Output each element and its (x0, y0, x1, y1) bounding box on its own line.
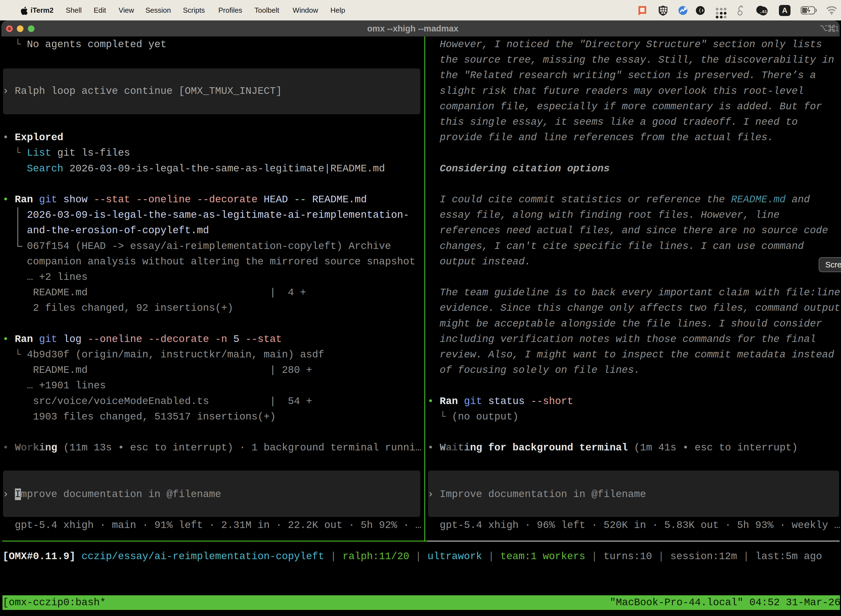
svg-text:1: 1 (835, 25, 839, 33)
svg-text:..61: ..61 (760, 9, 767, 14)
